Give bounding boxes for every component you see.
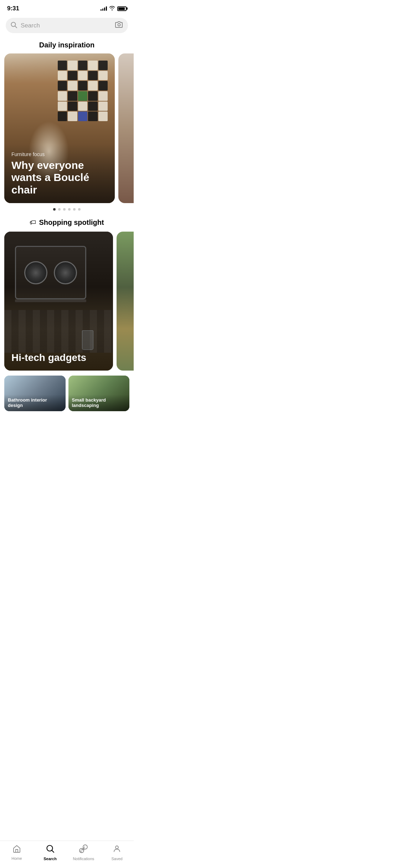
bathroom-title: Bathroom interior design bbox=[8, 397, 62, 408]
search-bar[interactable]: Search bbox=[6, 18, 128, 33]
svg-line-1 bbox=[15, 26, 17, 28]
shopping-card-side[interactable] bbox=[117, 232, 134, 371]
status-bar: 9:31 bbox=[0, 0, 134, 15]
shopping-track: Hi-tech gadgets bbox=[4, 232, 129, 371]
dot-3[interactable] bbox=[63, 208, 66, 211]
carousel-card-main[interactable]: Furniture focus Why everyone wants a Bou… bbox=[4, 53, 115, 203]
dot-1[interactable] bbox=[53, 208, 56, 211]
shopping-title: Shopping spotlight bbox=[39, 218, 104, 227]
status-time: 9:31 bbox=[7, 5, 19, 12]
wifi-icon bbox=[109, 6, 115, 11]
dot-6[interactable] bbox=[78, 208, 81, 211]
carousel-track: Furniture focus Why everyone wants a Bou… bbox=[4, 53, 129, 203]
search-bar-container: Search bbox=[0, 15, 134, 37]
shopping-card-main[interactable]: Hi-tech gadgets bbox=[4, 232, 113, 371]
camera-icon[interactable] bbox=[115, 21, 123, 30]
card-subtitle: Furniture focus bbox=[11, 151, 108, 157]
shopping-title-row: 🏷 Shopping spotlight bbox=[0, 217, 134, 232]
bottom-previews: Bathroom interior design Small backyard … bbox=[0, 371, 134, 411]
search-icon bbox=[11, 22, 17, 30]
carousel-card-side[interactable] bbox=[118, 53, 134, 203]
card-overlay: Furniture focus Why everyone wants a Bou… bbox=[4, 144, 115, 203]
bathroom-overlay: Bathroom interior design bbox=[4, 394, 66, 411]
svg-point-2 bbox=[118, 24, 120, 26]
tag-icon: 🏷 bbox=[30, 219, 36, 226]
shopping-carousel: Hi-tech gadgets bbox=[0, 232, 134, 371]
dot-2[interactable] bbox=[58, 208, 61, 211]
preview-card-bathroom[interactable]: Bathroom interior design bbox=[4, 376, 66, 411]
battery-icon bbox=[117, 6, 127, 11]
shopping-spotlight-section: 🏷 Shopping spotlight bbox=[0, 217, 134, 371]
dot-4[interactable] bbox=[68, 208, 71, 211]
daily-carousel: Furniture focus Why everyone wants a Bou… bbox=[0, 53, 134, 203]
daily-inspiration-section: Daily inspiration bbox=[0, 37, 134, 217]
garden-overlay: Small backyard landscaping bbox=[68, 394, 130, 411]
main-content: Search Daily inspiration bbox=[0, 15, 134, 447]
carousel-dots bbox=[0, 203, 134, 217]
signal-icon bbox=[101, 6, 107, 11]
preview-card-garden[interactable]: Small backyard landscaping bbox=[68, 376, 130, 411]
dot-5[interactable] bbox=[73, 208, 76, 211]
shopping-card-title: Hi-tech gadgets bbox=[11, 352, 106, 363]
garden-title: Small backyard landscaping bbox=[72, 397, 126, 408]
card-title: Why everyone wants a Bouclé chair bbox=[11, 159, 108, 196]
status-icons bbox=[101, 6, 127, 11]
shopping-card-overlay: Hi-tech gadgets bbox=[4, 345, 113, 371]
search-placeholder: Search bbox=[21, 22, 112, 29]
daily-inspiration-title: Daily inspiration bbox=[0, 37, 134, 53]
